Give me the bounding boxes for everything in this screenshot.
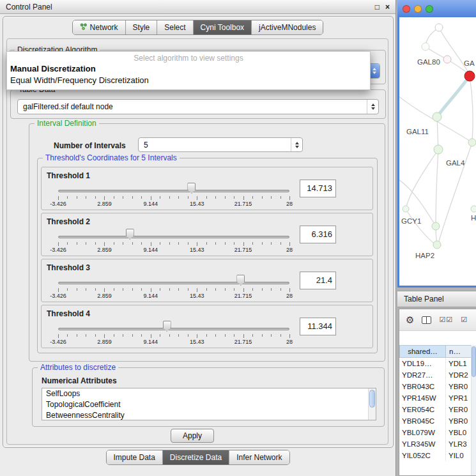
tab-network[interactable]: Network	[73, 20, 125, 35]
slider-track[interactable]	[58, 328, 289, 330]
table-scrollbar[interactable]	[471, 345, 476, 475]
table-cell: YPR1	[446, 392, 468, 404]
network-edge[interactable]	[470, 76, 473, 142]
table-row[interactable]: YDR27…YDR2	[399, 369, 476, 381]
network-node[interactable]	[433, 241, 441, 249]
threshold-value-field[interactable]: 11.344	[300, 318, 336, 335]
network-node[interactable]	[468, 139, 476, 146]
network-node[interactable]	[471, 206, 476, 212]
tick-mark	[114, 242, 114, 245]
network-node[interactable]	[464, 71, 475, 81]
tab-cyni-toolbox[interactable]: Cyni Toolbox	[193, 20, 251, 35]
algorithm-option[interactable]: Equal Width/Frequency Discretization	[7, 75, 370, 86]
table-row[interactable]: YPR145WYPR1	[399, 392, 476, 404]
table-scrollbar-thumb[interactable]	[472, 346, 476, 377]
network-edge[interactable]	[406, 150, 438, 209]
threshold-slider[interactable]: -3.4262.8599.14415.4321.71528	[58, 167, 289, 210]
table-panel-title: Table Panel	[404, 295, 444, 303]
slider-track[interactable]	[58, 282, 289, 284]
show-columns-icon[interactable]: ☑☑	[439, 316, 453, 323]
scale-label: 21.715	[234, 339, 252, 345]
network-node[interactable]	[422, 43, 429, 50]
tab-select[interactable]: Select	[157, 20, 192, 35]
close-window-icon[interactable]: ×	[385, 3, 390, 11]
tab-impute-data[interactable]: Impute Data	[106, 450, 162, 464]
network-node[interactable]	[432, 222, 440, 230]
table-row[interactable]: YIL052CYIL0	[399, 450, 476, 461]
node-label: GAL11	[406, 128, 429, 135]
tick-mark	[234, 288, 234, 291]
network-window-titlebar[interactable]	[397, 0, 476, 17]
network-node[interactable]	[435, 24, 443, 31]
close-button[interactable]	[403, 5, 410, 13]
select-rows-icon[interactable]: ☑	[461, 316, 468, 323]
network-edge[interactable]	[436, 150, 438, 226]
threshold-slider[interactable]: -3.4262.8599.14415.4321.71528	[58, 259, 289, 302]
tab-jactivemnodules[interactable]: jActiveMNodules	[251, 20, 323, 35]
minimize-button[interactable]	[414, 5, 422, 13]
slider-ticks	[58, 334, 289, 339]
tick-mark	[262, 196, 263, 199]
tick-mark	[67, 288, 68, 291]
node-label: GAL4	[446, 159, 465, 167]
attribute-item[interactable]: BetweennessCentrality	[42, 410, 376, 420]
attribute-item[interactable]: TopologicalCoefficient	[42, 399, 376, 410]
network-edge[interactable]	[437, 76, 470, 117]
tab-style[interactable]: Style	[125, 20, 157, 35]
float-window-icon[interactable]: □	[375, 3, 380, 11]
tick-mark	[141, 242, 142, 245]
tick-mark	[169, 196, 170, 199]
table-row[interactable]: YER054CYER0	[399, 404, 476, 415]
network-edge[interactable]	[438, 142, 472, 245]
table-row[interactable]: YLR345WYLR3	[399, 438, 476, 450]
node-label: H	[471, 214, 476, 222]
scale-label: 28	[286, 201, 293, 207]
split-columns-icon[interactable]	[422, 316, 431, 324]
network-node[interactable]	[433, 112, 441, 121]
table-data-select-value: galFiltered.sif default node	[18, 100, 367, 114]
table-row[interactable]: YDL19…YDL1	[399, 358, 476, 369]
tick-mark	[197, 196, 197, 200]
slider-track[interactable]	[58, 236, 289, 238]
scrollbar-thumb[interactable]	[369, 390, 375, 408]
threshold-value-field[interactable]: 21.4	[300, 272, 336, 289]
scale-label: 2.859	[97, 293, 112, 299]
num-intervals-select[interactable]: 5	[138, 137, 303, 152]
attribute-item[interactable]: SelfLoops	[42, 388, 376, 399]
network-graph[interactable]: GAL80GAGAL11GAL4GCY1HAP2H	[399, 17, 476, 286]
attributes-group-title: Attributes to discretize	[38, 363, 118, 372]
tick-mark	[234, 334, 234, 337]
tick-mark	[132, 242, 133, 245]
table-row[interactable]: YBR045CYBR0	[399, 415, 476, 427]
threshold-value-field[interactable]: 14.713	[300, 180, 336, 197]
threshold-slider[interactable]: -3.4262.8599.14415.4321.71528	[58, 213, 289, 256]
node-label: GAL80	[417, 58, 440, 66]
tick-mark	[169, 242, 170, 245]
table-row[interactable]: YBL079WYBL0	[399, 427, 476, 438]
zoom-button[interactable]	[426, 5, 433, 13]
threshold-value-field[interactable]: 6.316	[300, 226, 336, 243]
network-node[interactable]	[434, 145, 443, 154]
algorithm-option[interactable]: Manual Discretization	[7, 63, 370, 75]
network-edge[interactable]	[439, 27, 470, 75]
popup-placeholder: Select algorithm to view settings	[7, 53, 370, 63]
list-scrollbar[interactable]	[368, 388, 376, 420]
network-canvas[interactable]: GAL80GAGAL11GAL4GCY1HAP2H	[399, 17, 476, 286]
table-row[interactable]: YBR043CYBR0	[399, 381, 476, 392]
apply-button[interactable]: Apply	[171, 429, 214, 443]
network-node[interactable]	[443, 56, 451, 63]
network-node[interactable]	[403, 206, 409, 212]
scale-label: 9.144	[144, 339, 158, 345]
tick-mark	[234, 196, 234, 199]
slider-track[interactable]	[58, 190, 289, 192]
threshold-slider[interactable]: -3.4262.8599.14415.4321.71528	[58, 305, 289, 348]
tick-mark	[188, 242, 188, 245]
table-cell: YLR345W	[399, 438, 446, 450]
tick-mark	[289, 334, 290, 338]
tab-infer-network[interactable]: Infer Network	[229, 450, 289, 464]
table-data-select[interactable]: galFiltered.sif default node	[17, 99, 379, 114]
column-header[interactable]: shared…	[399, 345, 446, 358]
tab-discretize-data[interactable]: Discretize Data	[162, 450, 229, 464]
table-header-row: shared…n…	[399, 345, 476, 358]
gear-icon[interactable]: ⚙	[406, 315, 414, 325]
